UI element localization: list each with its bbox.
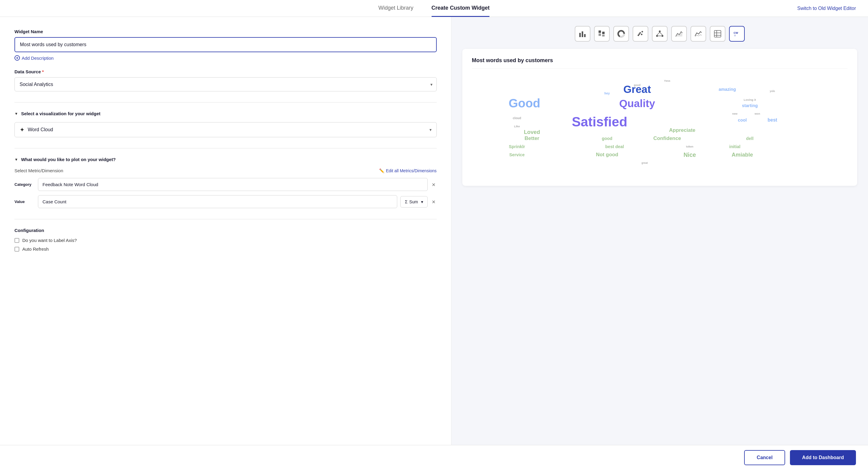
sigma-icon: Σ	[405, 199, 407, 204]
preview-card: Most words used by customers GreatGoodQu…	[462, 49, 857, 186]
aggregate-select[interactable]: Σ Sum ▾	[400, 196, 427, 208]
tab-bar: Widget Library Create Custom Widget	[378, 0, 490, 17]
scatter-icon-btn[interactable]	[632, 26, 648, 41]
svg-marker-20	[676, 32, 682, 36]
add-to-dashboard-button[interactable]: Add to Dashboard	[790, 450, 856, 465]
word-cloud-word: Satisfied	[572, 114, 627, 129]
word-cloud-word: token	[686, 145, 693, 148]
bar-chart-icon-btn[interactable]	[575, 26, 590, 41]
network-icon-btn[interactable]	[652, 26, 668, 41]
auto-refresh-checkbox[interactable]	[14, 247, 19, 252]
svg-rect-3	[598, 30, 601, 33]
table-icon-btn[interactable]	[710, 26, 725, 41]
category-input[interactable]	[38, 178, 428, 191]
visualization-label: Word Cloud	[28, 127, 427, 133]
data-source-select[interactable]: Social Analytics	[14, 77, 437, 91]
line-chart-icon-btn[interactable]	[690, 26, 706, 41]
word-cloud-word: good	[634, 84, 641, 87]
visualization-select-box[interactable]: ✦ Word Cloud ▾	[14, 122, 437, 137]
aggregate-chevron-icon: ▾	[421, 199, 423, 204]
word-cloud-word: Quality	[619, 97, 655, 110]
add-description-label: Add Description	[22, 56, 54, 61]
svg-point-11	[641, 31, 643, 33]
category-row: Category ×	[14, 178, 437, 191]
word-cloud-word: cool	[738, 118, 747, 122]
word-cloud-word: new	[732, 112, 738, 115]
edit-metrics-link[interactable]: ✏️ Edit all Metrics/Dimensions	[379, 168, 437, 173]
configuration-section: Configuration Do you want to Label Axis?…	[14, 219, 437, 252]
tab-widget-library[interactable]: Widget Library	[378, 0, 413, 17]
word-cloud-word: won	[755, 112, 760, 115]
aggregate-label: Sum	[409, 199, 418, 204]
chart-type-icons: CWU	[462, 26, 857, 41]
word-cloud-word: Amiable	[732, 152, 753, 158]
tab-create-custom-widget[interactable]: Create Custom Widget	[432, 0, 490, 17]
svg-rect-2	[584, 34, 586, 37]
value-input[interactable]	[38, 195, 397, 208]
donut-icon-btn[interactable]	[613, 26, 629, 41]
footer: Cancel Add to Dashboard	[0, 445, 868, 470]
visualization-section: ▼ Select a visualization for your widget…	[14, 102, 437, 137]
svg-point-14	[659, 30, 661, 32]
word-cloud-word: Nice	[684, 151, 696, 158]
cancel-button[interactable]: Cancel	[744, 450, 785, 465]
stacked-bar-icon-btn[interactable]	[594, 26, 610, 41]
svg-rect-1	[582, 31, 583, 37]
switch-to-old-editor-link[interactable]: Switch to Old Widget Editor	[797, 6, 856, 11]
visualization-section-header[interactable]: ▼ Select a visualization for your widget	[14, 102, 437, 116]
data-source-label: Data Source*	[14, 69, 437, 74]
word-cloud-word: good	[602, 136, 613, 141]
word-cloud-viz-icon: ✦	[20, 126, 25, 133]
value-row: Value Σ Sum ▾ ×	[14, 195, 437, 208]
visualization-select-wrapper: ✦ Word Cloud ▾	[14, 122, 437, 137]
svg-point-12	[638, 33, 640, 35]
area-chart-icon-btn[interactable]	[671, 26, 687, 41]
widget-name-input[interactable]	[14, 37, 437, 52]
category-remove-button[interactable]: ×	[431, 180, 437, 189]
widget-name-label: Widget Name	[14, 29, 437, 34]
word-cloud-word: Yess	[664, 79, 670, 82]
word-cloud-word: Appreciate	[669, 127, 695, 133]
word-cloud-word: best	[768, 117, 777, 123]
right-panel: CWU Most words used by customers GreatGo…	[452, 17, 868, 470]
svg-text:CW: CW	[734, 31, 738, 34]
svg-point-15	[656, 35, 658, 37]
add-description-link[interactable]: + Add Description	[14, 55, 437, 61]
auto-refresh-text: Auto Refresh	[22, 246, 49, 252]
word-cloud-word: great	[642, 161, 648, 165]
value-label: Value	[14, 199, 35, 204]
word-cloud-icon-btn[interactable]: CWU	[729, 26, 745, 41]
svg-rect-6	[602, 35, 604, 36]
visualization-section-title: Select a visualization for your widget	[21, 111, 100, 116]
svg-rect-0	[579, 33, 581, 37]
svg-text:U: U	[734, 34, 736, 36]
header-right: Switch to Old Widget Editor	[797, 6, 856, 11]
auto-refresh-row[interactable]: Auto Refresh	[14, 246, 437, 252]
svg-rect-21	[714, 30, 721, 37]
word-cloud-word: hey	[604, 92, 610, 95]
plot-section-header[interactable]: ▼ What would you like to plot on your wi…	[14, 148, 437, 162]
word-cloud-word: starting	[742, 103, 758, 108]
pencil-icon: ✏️	[379, 168, 384, 173]
word-cloud-word: Sprinklr	[509, 144, 525, 149]
word-cloud-word: best deal	[605, 144, 624, 149]
plot-section-title: What would you like to plot on your widg…	[21, 157, 116, 162]
label-axis-checkbox[interactable]	[14, 238, 19, 243]
label-axis-text: Do you want to Label Axis?	[22, 238, 77, 243]
word-cloud-word: Better	[525, 136, 539, 142]
svg-point-16	[661, 35, 663, 37]
word-cloud-inner: GreatGoodQualitySatisfiedamazingYessgood…	[472, 75, 847, 177]
word-cloud-word: Not good	[596, 152, 618, 158]
word-cloud-word: initial	[729, 144, 740, 149]
svg-point-10	[639, 32, 641, 34]
word-cloud-word: yolo	[770, 90, 775, 93]
value-remove-button[interactable]: ×	[431, 198, 437, 206]
word-cloud-word: Service	[509, 152, 525, 157]
word-cloud-word: dell	[746, 136, 754, 141]
word-cloud-word: Loving it	[744, 98, 756, 101]
label-axis-row[interactable]: Do you want to Label Axis?	[14, 238, 437, 243]
data-source-select-wrapper: Social Analytics ▾	[14, 77, 437, 91]
svg-rect-4	[598, 33, 601, 36]
svg-point-13	[641, 34, 642, 35]
metric-dimension-header: Select Metric/Dimension ✏️ Edit all Metr…	[14, 168, 437, 173]
